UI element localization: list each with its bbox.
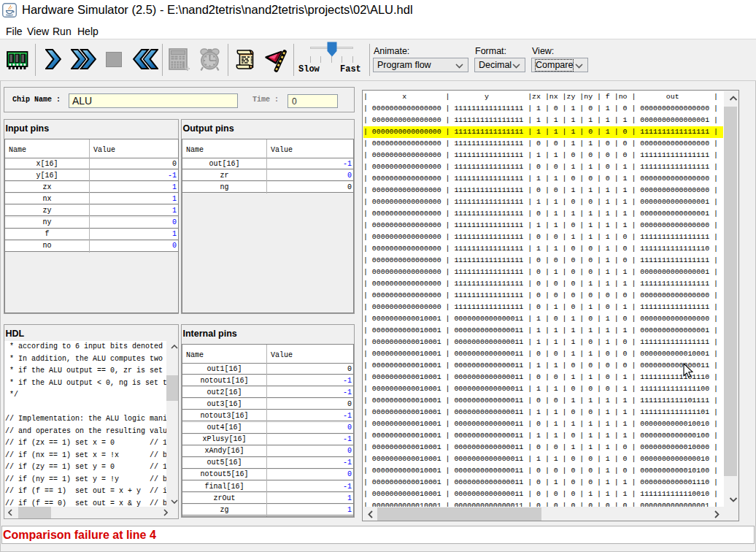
load-chip-icon[interactable] — [7, 51, 28, 70]
view-combo[interactable]: Compare — [531, 58, 588, 72]
column-header-value: Value — [271, 146, 293, 154]
view-script-icon[interactable] — [236, 49, 255, 70]
output-pins-title: Output pins — [183, 123, 234, 134]
hdl-vertical-scrollbar[interactable] — [166, 342, 178, 507]
pin-row-xAndy[16][interactable]: xAndy[16]0 — [182, 446, 353, 457]
pin-row-zy[interactable]: zy1 — [5, 205, 178, 216]
pin-row-nx[interactable]: nx1 — [5, 193, 178, 204]
scroll-down-icon[interactable] — [169, 499, 180, 504]
toolbar-separator — [293, 44, 294, 76]
pin-row-f[interactable]: f1 — [5, 229, 178, 240]
output-pins-panel: Output pins NameValueout[16]-1zr0ng0 — [181, 119, 355, 314]
chevron-down-icon — [455, 64, 463, 69]
speed-slider-thumb[interactable] — [327, 42, 337, 57]
pin-name: zrOut — [182, 494, 266, 502]
hdl-horizontal-scrollbar[interactable] — [5, 507, 178, 518]
output-pins-table: NameValueout[16]-1zr0ng0 — [182, 139, 354, 313]
scroll-left-icon[interactable] — [368, 510, 373, 518]
pin-row-out2[16][interactable]: out2[16]-1 — [182, 387, 353, 398]
compare-vertical-scrollbar[interactable] — [724, 91, 737, 507]
pin-row-zr[interactable]: zr0 — [182, 170, 353, 181]
pin-value: 1 — [347, 506, 352, 514]
chip-name-label: Chip Name : — [12, 96, 61, 104]
reset-icon[interactable] — [133, 49, 158, 69]
column-separator — [89, 139, 90, 253]
scroll-right-icon[interactable] — [714, 510, 720, 518]
pin-row-out1[16][interactable]: out1[16]0 — [182, 364, 353, 375]
pin-row-xPlusy[16][interactable]: xPlusy[16]-1 — [182, 434, 353, 445]
compare-row: | 0000000000010001 | 0000000000000011 | … — [363, 313, 723, 325]
calculator-icon — [169, 48, 190, 71]
pin-row-out[16][interactable]: out[16]-1 — [182, 158, 353, 169]
pin-row-out3[16][interactable]: out3[16]0 — [182, 399, 353, 410]
pin-row-notout5[16][interactable]: notout5[16]0 — [182, 469, 353, 480]
slider-tick — [310, 56, 311, 63]
animate-combo[interactable]: Program flow — [373, 58, 468, 72]
view-label: View: — [532, 46, 554, 56]
scroll-left-icon[interactable] — [8, 509, 12, 516]
scroll-right-icon[interactable] — [163, 509, 168, 516]
compare-row: | 0000000000010001 | 0000000000000011 | … — [363, 407, 723, 418]
hdl-line: // if (f == 0) set out = x & y // bitwis… — [5, 498, 166, 507]
pin-name: final[16] — [182, 483, 266, 491]
pin-row-notout3[16][interactable]: notout3[16]-1 — [182, 410, 353, 421]
pin-row-no[interactable]: no0 — [5, 241, 178, 252]
pin-value: 1 — [172, 230, 177, 238]
compare-row: | 0000000000000000 | 1111111111111111 | … — [363, 196, 723, 208]
single-step-icon[interactable] — [45, 49, 61, 69]
scroll-down-icon[interactable] — [727, 497, 740, 502]
slider-tick — [320, 56, 321, 63]
scroll-up-icon[interactable] — [169, 345, 180, 349]
pin-row-out4[16][interactable]: out4[16]0 — [182, 423, 353, 434]
pin-row-zg[interactable]: zg1 — [182, 505, 353, 515]
pin-row-final[16][interactable]: final[16]-1 — [182, 481, 353, 492]
compare-row: | 0000000000010001 | 0000000000000011 | … — [363, 360, 723, 372]
pin-row-y[16][interactable]: y[16]-1 — [5, 170, 178, 181]
compare-row: | 0000000000010001 | 0000000000000011 | … — [363, 500, 723, 507]
hdl-line: // if (zy == 1) set y = 0 // 16-bit cons… — [5, 461, 166, 474]
hdl-vscroll-thumb[interactable] — [166, 375, 178, 401]
format-combo[interactable]: Decimal — [474, 58, 525, 72]
view-combo-value: Compare — [536, 60, 573, 71]
pin-table-header: NameValue — [5, 139, 178, 158]
pin-name: out5[16] — [182, 459, 266, 467]
pin-name: zx — [5, 183, 89, 191]
toolbar-separator — [228, 44, 228, 76]
pin-value: 0 — [172, 160, 177, 168]
status-bar: Comparison failure at line 4 — [1, 526, 755, 544]
hdl-line: * according to 6 input bits denoted zx,n… — [5, 341, 166, 353]
pin-name: out3[16] — [182, 400, 266, 408]
scroll-up-icon[interactable] — [727, 96, 740, 101]
hdl-hscroll-thumb[interactable] — [18, 507, 51, 518]
pin-row-ny[interactable]: ny0 — [5, 218, 178, 229]
column-header-value: Value — [93, 146, 115, 154]
compare-row: | 0000000000000000 | 1111111111111111 | … — [363, 302, 723, 313]
time-value: 0 — [292, 96, 297, 107]
pin-row-zx[interactable]: zx1 — [5, 182, 178, 193]
hdl-text-area[interactable]: * according to 6 input bits denoted zx,n… — [4, 341, 166, 507]
pin-name: zy — [5, 207, 89, 215]
pin-row-out5[16][interactable]: out5[16]-1 — [182, 458, 353, 469]
internal-pins-title: Internal pins — [183, 329, 237, 339]
time-field[interactable]: 0 — [288, 94, 338, 108]
run-icon[interactable] — [71, 49, 96, 69]
pin-row-notout1[16][interactable]: notout1[16]-1 — [182, 375, 353, 386]
pin-row-ng[interactable]: ng0 — [182, 182, 353, 193]
pin-value: 0 — [347, 365, 352, 373]
compare-horizontal-scrollbar[interactable] — [363, 507, 724, 521]
stop-icon[interactable] — [106, 52, 122, 67]
chevron-down-icon — [575, 64, 583, 69]
pin-row-zrOut[interactable]: zrOut1 — [182, 493, 353, 504]
compare-table[interactable]: | x | y |zx |nx |zy |ny | f |no | out ||… — [363, 91, 724, 507]
pin-value: 0 — [347, 183, 352, 191]
chip-name-field[interactable]: ALU — [69, 93, 238, 108]
mouse-cursor — [683, 363, 693, 378]
breakpoints-flag-icon[interactable] — [261, 47, 288, 74]
pin-row-x[16][interactable]: x[16]0 — [5, 158, 178, 169]
compare-vscroll-thumb[interactable] — [724, 107, 737, 476]
java-app-icon — [2, 3, 17, 18]
compare-hscroll-thumb[interactable] — [377, 507, 541, 521]
pin-value: -1 — [343, 377, 352, 385]
pin-name: x[16] — [5, 160, 89, 168]
pin-name: notout3[16] — [182, 412, 266, 420]
